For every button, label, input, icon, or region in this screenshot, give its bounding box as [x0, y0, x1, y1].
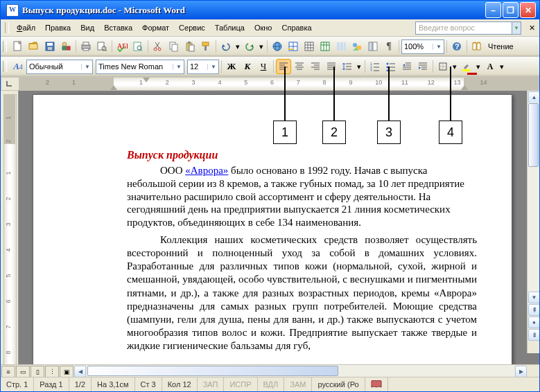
align-center-button[interactable] — [292, 59, 307, 74]
toolbar-grip[interactable] — [5, 22, 9, 33]
print-preview-button[interactable] — [94, 39, 110, 54]
maximize-button[interactable]: ❐ — [503, 2, 519, 18]
toolbar-grip[interactable] — [3, 61, 7, 72]
reading-icon[interactable] — [469, 39, 485, 54]
reading-button[interactable]: Чтение — [485, 42, 516, 51]
help-button[interactable]: ? — [449, 39, 464, 54]
status-ovr[interactable]: ЗАМ — [284, 377, 312, 391]
borders-dropdown[interactable]: ▾ — [451, 59, 458, 74]
scroll-left-button[interactable]: ◀ — [74, 366, 86, 377]
scroll-thumb[interactable] — [528, 103, 539, 167]
menu-edit[interactable]: Правка — [40, 21, 76, 34]
doc-map-button[interactable] — [365, 39, 381, 54]
line-spacing-button[interactable] — [340, 59, 355, 74]
new-doc-button[interactable] — [10, 39, 26, 54]
normal-view-button[interactable]: ≡ — [1, 366, 15, 377]
hscroll-track[interactable] — [87, 365, 514, 377]
scroll-right-button[interactable]: ▶ — [515, 366, 527, 377]
hyperlink-button[interactable] — [270, 39, 285, 54]
insert-excel-button[interactable] — [317, 39, 333, 54]
font-combo[interactable]: Times New Roman▼ — [96, 60, 184, 74]
columns-button[interactable] — [333, 39, 349, 54]
prev-page-button[interactable]: ⇞ — [528, 304, 539, 316]
resize-grip[interactable] — [528, 365, 539, 377]
font-color-dropdown[interactable]: ▾ — [498, 59, 505, 74]
font-color-button[interactable]: A — [482, 59, 498, 74]
highlight-dropdown[interactable]: ▾ — [475, 59, 482, 74]
status-ext[interactable]: ВДЛ — [258, 377, 285, 391]
paste-button[interactable] — [182, 39, 198, 54]
open-button[interactable] — [26, 39, 42, 54]
permissions-button[interactable] — [58, 39, 73, 54]
borders-button[interactable] — [435, 59, 451, 74]
status-lang[interactable]: русский (Ро — [312, 377, 365, 391]
menu-insert[interactable]: Вставка — [99, 21, 137, 34]
tab-selector[interactable] — [1, 77, 19, 91]
help-search-dropdown[interactable]: ▼ — [512, 21, 521, 35]
help-search-input[interactable]: Введите вопрос — [415, 21, 512, 35]
undo-dropdown[interactable]: ▾ — [234, 39, 241, 54]
menu-tools[interactable]: Сервис — [174, 21, 210, 34]
fontsize-combo[interactable]: 12▼ — [187, 60, 219, 74]
align-left-button[interactable] — [276, 59, 291, 74]
spellcheck-button[interactable]: AБВ — [114, 39, 130, 54]
browse-object-button[interactable]: ● — [528, 317, 539, 328]
web-view-button[interactable]: ▭ — [16, 366, 30, 377]
styles-pane-button[interactable]: A4 — [10, 59, 26, 74]
bullets-button[interactable] — [383, 59, 399, 74]
close-doc-button[interactable]: ✕ — [524, 20, 539, 35]
print-view-button[interactable]: ▯ — [31, 366, 44, 377]
status-trk[interactable]: ИСПР — [224, 377, 257, 391]
line-spacing-dropdown[interactable]: ▾ — [356, 59, 363, 74]
vertical-scrollbar[interactable]: ▲ ▼ ⇞ ● ⇟ — [527, 91, 539, 353]
next-page-button[interactable]: ⇟ — [528, 329, 539, 341]
redo-dropdown[interactable]: ▾ — [258, 39, 265, 54]
scroll-up-button[interactable]: ▲ — [528, 91, 539, 103]
redo-button[interactable] — [242, 39, 257, 54]
undo-button[interactable] — [218, 39, 234, 54]
style-combo[interactable]: Обычный▼ — [26, 60, 93, 74]
drawing-button[interactable] — [349, 39, 365, 54]
italic-button[interactable]: К — [240, 59, 255, 74]
chevron-down-icon[interactable]: ▼ — [207, 64, 216, 70]
numbering-button[interactable]: 123 — [367, 59, 383, 74]
horizontal-ruler[interactable]: 121234567891011121314 — [19, 77, 539, 91]
align-right-button[interactable] — [308, 59, 323, 74]
menu-window[interactable]: Окно — [250, 21, 277, 34]
chevron-down-icon[interactable]: ▼ — [173, 64, 182, 70]
menu-table[interactable]: Таблица — [210, 21, 250, 34]
chevron-down-icon[interactable]: ▼ — [433, 44, 442, 50]
save-button[interactable] — [42, 39, 58, 54]
decrease-indent-button[interactable] — [399, 59, 415, 74]
chevron-down-icon[interactable]: ▼ — [81, 64, 90, 70]
underline-button[interactable]: Ч — [256, 59, 271, 74]
increase-indent-button[interactable] — [415, 59, 430, 74]
align-justify-button[interactable] — [324, 59, 339, 74]
scroll-down-button[interactable]: ▼ — [528, 292, 539, 303]
hyperlink-aurora[interactable]: «Аврора» — [185, 165, 228, 176]
status-rec[interactable]: ЗАП — [198, 377, 225, 391]
minimize-button[interactable]: – — [485, 2, 501, 18]
print-button[interactable] — [78, 39, 94, 54]
menu-help[interactable]: Справка — [277, 21, 316, 34]
menu-file[interactable]: Файл — [12, 21, 40, 34]
insert-table-button[interactable] — [302, 39, 317, 54]
reading-view-button[interactable]: ▣ — [60, 366, 73, 377]
research-button[interactable] — [130, 39, 146, 54]
hscroll-thumb[interactable] — [87, 366, 338, 376]
zoom-combo[interactable]: 100%▼ — [401, 39, 444, 54]
menu-view[interactable]: Вид — [76, 21, 99, 34]
vertical-ruler[interactable]: 1 2 1 2 3 4 5 6 7 8 — [1, 91, 19, 364]
close-button[interactable]: ✕ — [520, 2, 536, 18]
menu-format[interactable]: Формат — [137, 21, 174, 34]
format-painter-button[interactable] — [198, 39, 214, 54]
bold-button[interactable]: Ж — [224, 59, 239, 74]
highlight-button[interactable] — [459, 59, 474, 74]
tables-borders-button[interactable] — [286, 39, 301, 54]
cut-button[interactable] — [150, 39, 166, 54]
status-book-icon[interactable] — [365, 377, 388, 391]
toolbar-grip[interactable] — [3, 41, 7, 52]
outline-view-button[interactable]: ⋮ — [45, 366, 59, 377]
copy-button[interactable] — [166, 39, 182, 54]
show-marks-button[interactable]: ¶ — [381, 39, 397, 54]
